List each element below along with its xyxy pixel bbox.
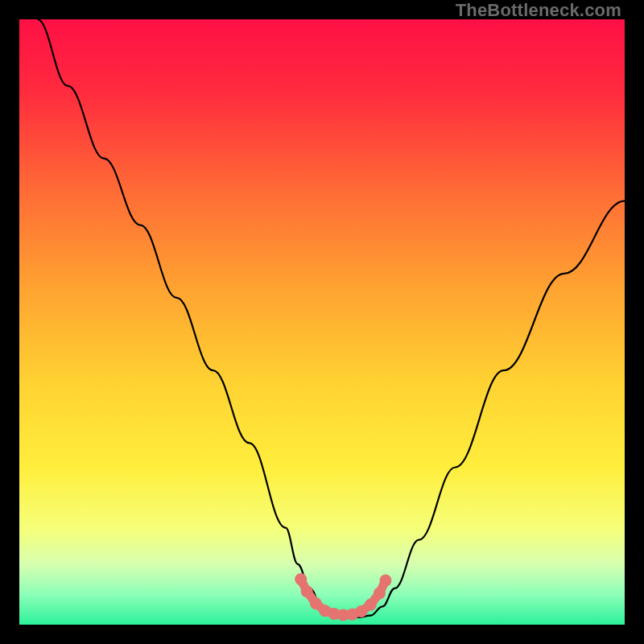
svg-point-9 (374, 587, 386, 599)
watermark-text: TheBottleneck.com (456, 0, 621, 21)
bottleneck-chart (19, 19, 625, 625)
svg-point-10 (379, 575, 391, 587)
chart-frame: TheBottleneck.com (0, 0, 644, 644)
svg-point-0 (295, 573, 307, 585)
svg-point-8 (365, 599, 377, 611)
svg-point-1 (301, 585, 313, 597)
